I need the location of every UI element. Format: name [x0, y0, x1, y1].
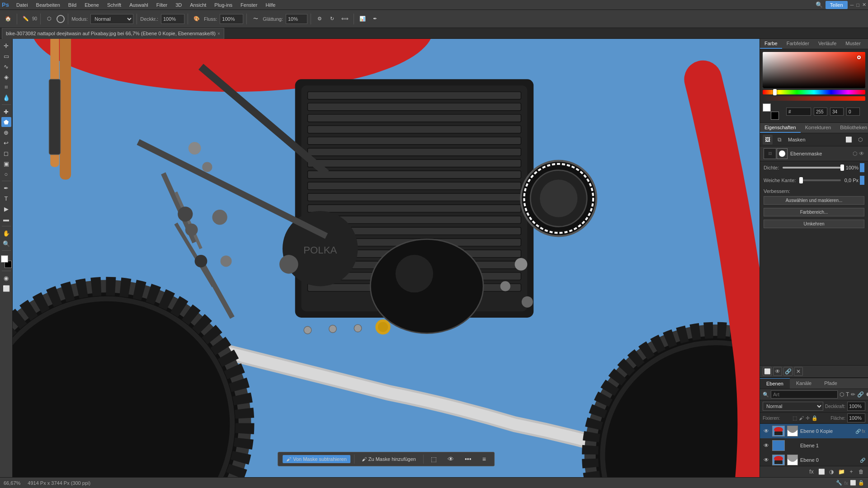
- gradient-tool[interactable]: ▣: [1, 159, 11, 169]
- teilen-button[interactable]: Teilen: [826, 1, 848, 9]
- airbrush-toggle[interactable]: 🎨: [191, 14, 202, 24]
- layer-mode-select[interactable]: Normal Multiplizieren Bildschirm: [763, 402, 823, 411]
- layers-search-input[interactable]: [771, 390, 838, 399]
- layer-visibility-0kopie[interactable]: 👁: [763, 427, 770, 435]
- mode-select[interactable]: Normal Multiplizieren Bildschirm: [90, 14, 133, 24]
- layers-filter-btn-3[interactable]: ✏: [851, 390, 855, 399]
- layer-item-ebene0[interactable]: 👁 Ebene 0 🔗: [760, 453, 868, 466]
- fx-button[interactable]: fx: [807, 468, 816, 476]
- add-mask-pixel-icon[interactable]: ⬜: [844, 135, 854, 145]
- layer-item-ebene1[interactable]: 👁 Ebene 1: [760, 438, 868, 453]
- screen-mode-btn[interactable]: ⬜: [1, 283, 11, 293]
- panel-icon-4[interactable]: ✕: [794, 367, 803, 376]
- shape-tool[interactable]: ▬: [1, 214, 11, 224]
- fluss-input[interactable]: [220, 14, 243, 24]
- eyedropper-tool[interactable]: 💧: [1, 93, 11, 103]
- mask-settings-button[interactable]: ≡: [479, 454, 490, 464]
- mask-mode-btn[interactable]: ◉: [1, 273, 11, 283]
- image-properties-icon[interactable]: 🖼: [763, 135, 773, 145]
- tab-farbe[interactable]: Farbe: [760, 39, 782, 49]
- close-icon[interactable]: ✕: [862, 2, 866, 8]
- deckkraft-input[interactable]: [847, 402, 865, 411]
- rotate-icon[interactable]: ↻: [327, 14, 338, 24]
- clone-stamp-tool[interactable]: ⊕: [1, 127, 11, 137]
- zoom-tool[interactable]: 🔍: [1, 239, 11, 249]
- fix-transparent-icon[interactable]: ⬚: [793, 415, 797, 421]
- path-select-tool[interactable]: ▶: [1, 204, 11, 214]
- layers-tab-kanaele[interactable]: Kanäle: [790, 378, 818, 389]
- menu-plugins[interactable]: Plug-ins: [211, 1, 236, 9]
- search-icon[interactable]: 🔍: [816, 1, 823, 8]
- type-tool[interactable]: T: [1, 193, 11, 203]
- flaeche-input[interactable]: [847, 413, 865, 422]
- b-input[interactable]: [846, 108, 860, 116]
- layer-visibility-0[interactable]: 👁: [763, 456, 770, 464]
- layers-filter-btn-1[interactable]: ⬡: [840, 390, 844, 399]
- tab-muster[interactable]: Muster: [841, 39, 865, 49]
- menu-auswahl[interactable]: Auswahl: [126, 1, 152, 9]
- lasso-tool[interactable]: ∿: [1, 61, 11, 71]
- hand-tool[interactable]: ✋: [1, 228, 11, 238]
- menu-hilfe[interactable]: Hilfe: [262, 1, 279, 9]
- fix-paint-icon[interactable]: 🖌: [799, 415, 804, 421]
- farbbereich-button[interactable]: Farbbereich...: [764, 208, 864, 216]
- healing-tool[interactable]: ✚: [1, 107, 11, 117]
- masken-apply-icon[interactable]: ⬡: [853, 150, 857, 157]
- tool-option-icon[interactable]: [57, 15, 65, 23]
- document-tab[interactable]: bike-3073082 nattapol deejitwasin auf Pi…: [2, 28, 224, 39]
- color-alpha-slider[interactable]: [763, 96, 865, 101]
- pen-tool[interactable]: ✒: [1, 183, 11, 193]
- pressure-icon[interactable]: 📊: [357, 14, 368, 24]
- panel-icon-3[interactable]: 🔗: [783, 367, 793, 376]
- add-mask-layer-btn[interactable]: ⬜: [817, 468, 826, 476]
- history-brush-tool[interactable]: ↩: [1, 138, 11, 148]
- mask-options-button[interactable]: •••: [461, 454, 475, 464]
- selection-tool[interactable]: ▭: [1, 51, 11, 61]
- glaettung-input[interactable]: [286, 14, 307, 24]
- layer-visibility-1[interactable]: 👁: [763, 442, 770, 449]
- weiche-kante-triangle[interactable]: [860, 176, 864, 185]
- brush-preset-icon[interactable]: ⬡: [44, 14, 55, 24]
- fg-swatch[interactable]: [763, 103, 771, 112]
- weiche-kante-knob[interactable]: [799, 177, 803, 183]
- menu-schrift[interactable]: Schrift: [104, 1, 125, 9]
- menu-datei[interactable]: Datei: [13, 1, 32, 9]
- brush-tool-icon[interactable]: ✏️: [20, 14, 31, 24]
- panel-icon-1[interactable]: ⬜: [763, 367, 772, 376]
- g-input[interactable]: [830, 108, 844, 116]
- symmetry-icon[interactable]: ⟺: [340, 14, 350, 24]
- tab-farbfelder[interactable]: Farbfelder: [782, 39, 814, 49]
- props-tab-bibliotheken[interactable]: Bibliotheken: [835, 123, 868, 133]
- layers-tab-ebenen[interactable]: Ebenen: [760, 378, 790, 389]
- dichte-slider-knob[interactable]: [840, 164, 844, 171]
- layers-filter-btn-2[interactable]: T: [846, 390, 849, 399]
- delete-layer-btn[interactable]: 🗑: [857, 468, 865, 476]
- hex-input[interactable]: [786, 108, 811, 116]
- brush-tool[interactable]: ⬟: [1, 117, 11, 127]
- tab-verlaeufe[interactable]: Verläufe: [814, 39, 841, 49]
- add-mask-vector-icon[interactable]: ⬡: [855, 135, 865, 145]
- folder-btn[interactable]: 📁: [837, 468, 845, 476]
- settings-gear-icon[interactable]: ⚙: [314, 14, 325, 24]
- auswahlen-button[interactable]: Auswählen und maskieren...: [764, 196, 864, 205]
- new-layer-btn[interactable]: +: [847, 468, 855, 476]
- tab-close-button[interactable]: ×: [217, 31, 220, 36]
- menu-bearbeiten[interactable]: Bearbeiten: [33, 1, 64, 9]
- eraser-tool[interactable]: ◻: [1, 148, 11, 158]
- foreground-color-swatch[interactable]: [1, 255, 8, 263]
- r-input[interactable]: [814, 108, 827, 116]
- color-hue-slider[interactable]: [763, 90, 865, 94]
- layer-item-ebene0kopie[interactable]: 👁 Ebene 0 Kopie 🔗 fx: [760, 424, 868, 438]
- menu-ansicht[interactable]: Ansicht: [186, 1, 210, 9]
- layers-tab-pfade[interactable]: Pfade: [818, 378, 844, 389]
- menu-ebene[interactable]: Ebene: [81, 1, 103, 9]
- panel-icon-2[interactable]: 👁: [773, 367, 782, 376]
- menu-bild[interactable]: Bild: [65, 1, 80, 9]
- show-mask-button[interactable]: 👁: [444, 454, 458, 464]
- masken-eye-icon[interactable]: 👁: [859, 150, 864, 157]
- bg-swatch[interactable]: [771, 112, 779, 120]
- quick-select-tool[interactable]: ◈: [1, 72, 11, 82]
- move-tool[interactable]: ✛: [1, 41, 11, 51]
- deckkr-input[interactable]: [161, 14, 184, 24]
- dodge-tool[interactable]: ○: [1, 169, 11, 179]
